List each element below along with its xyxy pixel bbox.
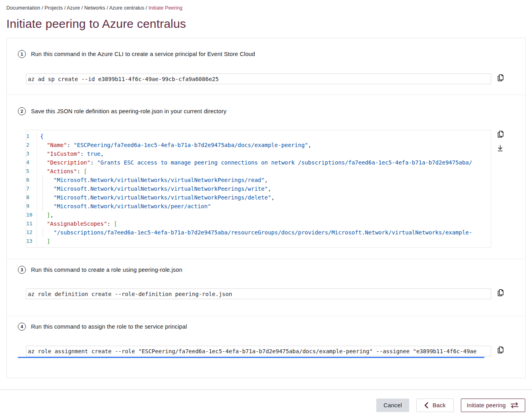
- indent-guide: [43, 176, 43, 184]
- step-2-code-row: 1{2 "Name": "ESCPeering/fa7eed6a-1ec5-4e…: [26, 130, 514, 248]
- step-3-label: Run this command to create a role using …: [31, 267, 182, 273]
- json-editor-line: 12 "/subscriptions/fa7eed6a-1ec5-4efa-b7…: [26, 228, 491, 237]
- line-number: 5: [26, 167, 37, 176]
- step-1-actions: [491, 74, 514, 82]
- breadcrumb-link[interactable]: Documentation: [6, 5, 40, 11]
- json-editor[interactable]: 1{2 "Name": "ESCPeering/fa7eed6a-1ec5-4e…: [26, 130, 491, 248]
- line-number: 6: [26, 176, 37, 184]
- code-line-content: "Microsoft.Network/virtualNetworks/virtu…: [37, 184, 271, 193]
- json-editor-line: 11 "AssignableScopes": [: [26, 219, 491, 228]
- line-number: 8: [26, 193, 37, 202]
- step-4-header: 4 Run this command to assign the role to…: [18, 323, 514, 331]
- json-editor-line: 9 "Microsoft.Network/virtualNetworks/pee…: [26, 202, 491, 211]
- line-number: 3: [26, 149, 37, 158]
- breadcrumb-link[interactable]: Networks: [84, 5, 105, 11]
- json-editor-line: 3 "IsCustom": true,: [26, 149, 491, 158]
- step-3-code-row: [26, 288, 514, 299]
- copy-icon: [496, 349, 505, 355]
- step-2: 2 Save this JSON role definition as peer…: [7, 95, 525, 259]
- step-2-actions: [491, 130, 514, 153]
- code-line-content: "IsCustom": true,: [37, 149, 104, 158]
- line-number: 11: [26, 219, 37, 228]
- step-3-header: 3 Run this command to create a role usin…: [18, 266, 514, 274]
- line-number: 4: [26, 158, 37, 167]
- copy-icon: [496, 77, 505, 83]
- breadcrumb-separator: /: [63, 5, 67, 11]
- breadcrumb-separator: /: [40, 5, 44, 11]
- code-line-content: "/subscriptions/fa7eed6a-1ec5-4efa-b71a-…: [37, 228, 472, 237]
- code-line-content: }: [37, 246, 43, 248]
- page-title: Initiate peering to Azure centralus: [6, 17, 526, 31]
- copy-icon: [496, 134, 505, 139]
- step-4-actions: [491, 346, 514, 354]
- footer-actions: Cancel Back Initiate peering: [0, 390, 532, 412]
- line-number: 7: [26, 184, 37, 193]
- back-button[interactable]: Back: [416, 399, 454, 412]
- code-line-content: "Microsoft.Network/virtualNetworks/virtu…: [37, 176, 268, 184]
- peering-arrows-icon: [510, 402, 519, 408]
- breadcrumb: Documentation / Projects / Azure / Netwo…: [6, 5, 526, 11]
- horizontal-scrollbar[interactable]: [18, 357, 484, 358]
- json-editor-line: 5 "Actions": [: [26, 167, 491, 176]
- step-4-copy-button[interactable]: [496, 346, 505, 354]
- step-4-command-input[interactable]: [26, 346, 491, 356]
- step-2-label: Save this JSON role definition as peerin…: [31, 108, 226, 114]
- step-1-copy-button[interactable]: [496, 74, 505, 82]
- code-line-content: "Microsoft.Network/virtualNetworks/virtu…: [37, 193, 275, 202]
- line-number: 1: [26, 132, 37, 141]
- json-editor-line: 8 "Microsoft.Network/virtualNetworks/vir…: [26, 193, 491, 202]
- json-editor-line: 6 "Microsoft.Network/virtualNetworks/vir…: [26, 176, 491, 184]
- json-editor-lines: 1{2 "Name": "ESCPeering/fa7eed6a-1ec5-4e…: [26, 132, 491, 248]
- step-3-actions: [491, 288, 514, 297]
- breadcrumb-link[interactable]: Azure: [67, 5, 80, 11]
- line-number: 10: [26, 211, 37, 219]
- breadcrumb-link[interactable]: Projects: [44, 5, 63, 11]
- indent-guide: [43, 228, 43, 237]
- step-3-command-input[interactable]: [26, 288, 491, 299]
- indent-guide: [43, 193, 43, 202]
- step-2-number: 2: [18, 107, 26, 115]
- code-line-content: {: [37, 132, 43, 141]
- step-2-header: 2 Save this JSON role definition as peer…: [18, 107, 514, 115]
- code-line-content: ]: [37, 237, 50, 246]
- back-button-label: Back: [433, 402, 446, 408]
- indent-guide: [43, 184, 43, 193]
- step-4-label: Run this command to assign the role to t…: [31, 323, 187, 330]
- breadcrumb-separator: /: [105, 5, 109, 11]
- json-editor-line: 4 "Description": "Grants ESC access to m…: [26, 158, 491, 167]
- cancel-button[interactable]: Cancel: [376, 399, 409, 412]
- code-line-content: "Microsoft.Network/virtualNetworks/peer/…: [37, 202, 211, 211]
- step-2-download-button[interactable]: [496, 144, 504, 153]
- step-4-code-row: [26, 346, 514, 356]
- json-editor-line: 10 ],: [26, 211, 491, 219]
- step-3-copy-button[interactable]: [496, 288, 505, 297]
- step-1-label: Run this command in the Azure CLI to cre…: [31, 51, 255, 57]
- json-editor-line: 7 "Microsoft.Network/virtualNetworks/vir…: [26, 184, 491, 193]
- line-number: 13: [26, 237, 37, 246]
- line-number: 9: [26, 202, 37, 211]
- json-editor-line: 13 ]: [26, 237, 491, 246]
- breadcrumb-separator: /: [144, 5, 149, 11]
- chevron-left-icon: [424, 402, 428, 408]
- json-editor-line: 1{: [26, 132, 491, 141]
- breadcrumb-separator: /: [80, 5, 84, 11]
- cancel-button-label: Cancel: [383, 402, 402, 408]
- step-4-number: 4: [18, 323, 26, 331]
- step-1-command-input[interactable]: [26, 74, 491, 84]
- code-line-content: "Name": "ESCPeering/fa7eed6a-1ec5-4efa-b…: [37, 141, 311, 149]
- line-number: 2: [26, 141, 37, 149]
- initiate-peering-button[interactable]: Initiate peering: [461, 399, 525, 412]
- initiate-peering-button-label: Initiate peering: [467, 402, 506, 408]
- step-3: 3 Run this command to create a role usin…: [7, 259, 525, 316]
- step-1-number: 1: [18, 50, 26, 58]
- breadcrumb-link[interactable]: Azure centralus: [109, 5, 144, 11]
- code-line-content: "Description": "Grants ESC access to man…: [37, 158, 472, 167]
- step-2-copy-button[interactable]: [496, 130, 505, 138]
- steps-card: 1 Run this command in the Azure CLI to c…: [6, 38, 526, 378]
- code-line-content: ],: [37, 211, 54, 219]
- json-editor-line: 2 "Name": "ESCPeering/fa7eed6a-1ec5-4efa…: [26, 141, 491, 149]
- step-1-header: 1 Run this command in the Azure CLI to c…: [18, 50, 514, 58]
- line-number: 12: [26, 228, 37, 237]
- breadcrumb-current: Initiate Peering: [149, 5, 182, 11]
- code-line-content: "AssignableScopes": [: [37, 219, 117, 228]
